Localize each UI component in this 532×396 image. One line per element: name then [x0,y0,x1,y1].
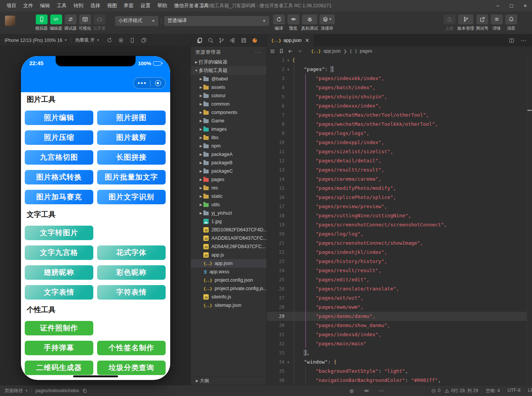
tree-item[interactable]: ▶utils [191,200,267,209]
mini-program-button[interactable]: 文字转图片 [25,226,93,240]
capsule-button[interactable] [133,77,166,89]
fold-chevron-icon[interactable]: ∨ [284,65,292,74]
code-line[interactable]: 18"pages/cuttingNine/cuttingNine", [267,211,532,220]
tree-item[interactable]: ▶res [191,184,267,192]
toolbar-button-bug[interactable]: 真机调试 [301,14,318,31]
toolbar-button-eye[interactable]: 预览 [287,14,300,31]
tree-item[interactable]: {..}app.json [191,259,267,268]
mini-program-button[interactable]: 图片加马赛克 [25,190,93,204]
compile-select[interactable]: 普通编译▼ [164,16,269,26]
tree-item[interactable]: 1.jpg [191,217,267,226]
tree-item[interactable]: {..}project.private.config.js... [191,284,267,293]
tree-item[interactable]: JSsiteinfo.js [191,293,267,301]
toolbar-button-branch[interactable]: 版本管理 [457,14,474,31]
copy-path-icon[interactable] [82,388,87,393]
tree-item[interactable]: ▶assets [191,83,267,91]
code-line[interactable]: 24"pages/result/result", [267,266,532,275]
mini-program-button[interactable]: 证件照制作 [25,321,93,335]
tree-item[interactable]: {..}sitemap.json [191,301,267,309]
device-icon[interactable] [129,37,135,43]
search-icon[interactable] [208,37,214,43]
files-icon[interactable] [197,37,203,43]
code-line[interactable]: 4"pages/batch/index", [267,83,532,92]
mini-program-button[interactable]: 九宫格切图 [25,150,93,165]
menu-item[interactable]: 设置 [137,0,154,11]
overview-ruler[interactable] [527,56,532,385]
fold-chevron-icon[interactable]: ∨ [284,56,292,65]
status-item[interactable]: 行 29, 列 29 [454,388,478,394]
toolbar-button-refresh[interactable]: 编译 [272,14,285,31]
toolbar-button-layers[interactable]: ▼清缓存 [320,14,335,31]
tree-item[interactable]: ▶打开的编辑器 [191,58,267,66]
mini-program-button[interactable]: 垃圾分类查询 [97,361,166,375]
tree-item[interactable]: JSAD54AE26FD6437CFC... [191,242,267,251]
toolbar-button-layout[interactable]: 可视化 [78,14,91,31]
tree-item[interactable]: ▶packageC [191,167,267,175]
code-line[interactable]: 29"pages/danmu/danmu", [267,312,532,321]
code-line[interactable]: 21"pages/screenshotConnect/showImage", [267,239,532,248]
mini-program-button[interactable]: 手持弹幕 [25,341,93,355]
code-line[interactable]: 9"pages/logs/logs", [267,129,532,138]
code-line[interactable]: 19"pages/screenshotConnect/screenshotCon… [267,220,532,229]
menu-item[interactable]: 微信开发者工具 [171,0,212,11]
menu-item[interactable]: 文件 [20,0,37,11]
code-line[interactable]: 34∨"window": { [267,358,532,367]
tree-item[interactable]: ▶packageB [191,159,267,167]
menu-item[interactable]: 编辑 [37,0,53,11]
menu-item[interactable]: 界面 [120,0,137,11]
code-line[interactable]: 36"navigationBarBackgroundColor": "#0081… [267,376,532,385]
tree-item[interactable]: ▶colorui [191,91,267,100]
tab-app-json[interactable]: {..} app.json ✕ [267,34,314,46]
code-line[interactable]: 23"pages/history/history", [267,257,532,266]
breadcrumb-file[interactable]: app.json [323,48,340,54]
mini-program-button[interactable]: 照片压缩 [25,130,93,145]
storage-icon[interactable] [241,37,247,43]
hot-reload-toggle[interactable]: 热重载 开 [75,37,94,43]
explorer-more-icon[interactable]: ··· [255,50,262,55]
code-line[interactable]: 22"pages/indexhjkl/index", [267,248,532,257]
code-line[interactable]: 35"backgroundTextStyle": "light", [267,367,532,376]
mini-program-button[interactable]: 文字表情 [25,285,93,300]
mini-program-button[interactable]: 图片批量加文字 [97,170,166,184]
code-line[interactable]: 28"pages/ewm/ewm", [267,303,532,312]
exit-target-icon[interactable] [155,80,161,86]
tree-item[interactable]: JS2BD10862FD6437CF4D... [191,226,267,234]
status-item[interactable]: UTF-8 [508,388,521,394]
code-line[interactable]: 16"pages/splicePhoto/splice", [267,193,532,202]
code-line[interactable]: 8"pages/wechatMas/otherToolkkk/otherTool… [267,120,532,129]
code-line[interactable]: 1∨{ [267,56,532,65]
tree-item[interactable]: ▶libs [191,133,267,142]
code-line[interactable]: 7"pages/wechatMas/otherTool/otherTool", [267,111,532,120]
code-line[interactable]: 2∨"pages": [ [267,65,532,74]
source-control-icon[interactable] [219,37,225,43]
menu-item[interactable]: 视图 [104,0,120,11]
problems-summary[interactable]: 0 0 [427,388,454,393]
code-line[interactable]: 3"pages/indexxkk/index", [267,74,532,83]
more-actions-icon[interactable] [521,38,526,43]
code-line[interactable]: 15"pages/modifyPhoto/modify", [267,184,532,193]
toolbar-button-code[interactable]: 编辑器 [50,14,62,31]
mini-program-button[interactable]: 彩色昵称 [97,265,166,280]
minimize-button[interactable]: − [491,0,505,11]
code-line[interactable]: 30"pages/danmu/show_danmu", [267,321,532,330]
menu-item[interactable]: 帮助 [154,0,171,11]
navigate-back-icon[interactable] [288,48,293,54]
record-icon[interactable] [118,37,124,43]
tree-item[interactable]: Ǝapp.wxss [191,268,267,276]
mini-program-button[interactable]: 长图拼接 [97,150,166,165]
mini-program-button[interactable]: 花式字体 [97,245,166,260]
mini-program-button[interactable]: 照片拼图 [97,111,166,125]
mini-program-button[interactable]: 翅膀昵称 [25,265,93,280]
more-menu-icon[interactable] [138,82,146,84]
menu-item[interactable]: 工具 [53,0,70,11]
split-editor-icon[interactable] [509,38,514,43]
refresh-icon[interactable] [107,37,112,43]
outline-list-icon[interactable] [270,48,275,54]
code-line[interactable]: 10"pages/indexppl/index", [267,138,532,147]
code-line[interactable]: 12"pages/detail/detail", [267,156,532,165]
more-icon[interactable] [379,388,384,394]
code-line[interactable]: 31"pages/indexsd/index", [267,330,532,339]
mini-program-button[interactable]: 文字九宫格 [25,245,93,260]
mini-program-button[interactable]: 字符表情 [97,285,166,300]
orange-tool-icon[interactable] [252,37,258,43]
